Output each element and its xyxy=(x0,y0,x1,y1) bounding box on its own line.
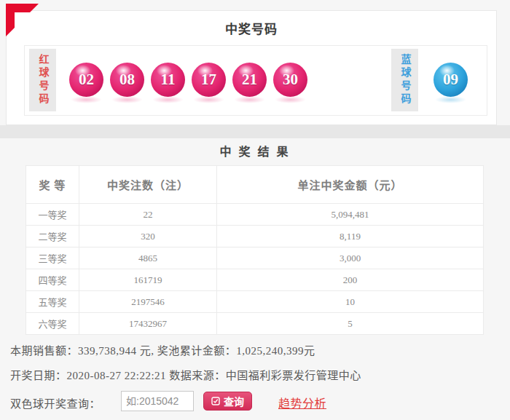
col-header-count: 中奖注数（注） xyxy=(79,166,217,204)
red-ball-4: 17 xyxy=(192,63,226,97)
sales-info-text: 本期销售额：339,738,944 元, 奖池累计金额：1,025,240,39… xyxy=(10,342,315,357)
table-row: 三等奖 4865 3,000 xyxy=(26,247,484,269)
table-row: 二等奖 320 8,119 xyxy=(26,226,484,247)
query-button[interactable]: 查询 xyxy=(203,392,252,411)
red-ball-3: 11 xyxy=(151,63,185,97)
red-ball-5: 21 xyxy=(232,63,267,97)
count-cell: 320 xyxy=(79,226,217,247)
query-row: 双色球开奖查询： 查询 趋势分析 xyxy=(10,389,360,413)
tier-cell: 六等奖 xyxy=(26,313,79,335)
query-label: 双色球开奖查询： xyxy=(10,395,101,411)
draw-date-text: 开奖日期：2020-08-27 22:22:21 数据来源：中国福利彩票发行管理… xyxy=(10,367,361,382)
section-divider xyxy=(0,125,510,138)
amount-cell: 10 xyxy=(217,291,484,313)
blue-ball-1: 09 xyxy=(434,63,468,97)
count-cell: 161719 xyxy=(79,269,217,291)
table-row: 一等奖 22 5,094,481 xyxy=(26,204,484,226)
results-title: 中 奖 结 果 xyxy=(0,142,510,159)
amount-cell: 3,000 xyxy=(217,247,484,269)
ball-panel: 红球号码 02 08 11 17 21 30 蓝球号码 09 xyxy=(24,45,487,116)
winning-numbers-card: 中奖号码 红球号码 02 08 11 17 21 30 蓝球号码 09 xyxy=(6,10,497,125)
checkbox-check-icon xyxy=(211,397,220,405)
red-ball-label: 红球号码 xyxy=(29,49,56,111)
query-button-label: 查询 xyxy=(224,394,244,408)
red-ball-1: 02 xyxy=(69,63,103,97)
table-row: 四等奖 161719 200 xyxy=(26,269,484,291)
table-row: 六等奖 17432967 5 xyxy=(26,313,484,335)
tier-cell: 四等奖 xyxy=(26,269,79,291)
tier-cell: 一等奖 xyxy=(26,204,79,226)
amount-cell: 8,119 xyxy=(217,226,484,247)
trend-analysis-link[interactable]: 趋势分析 xyxy=(278,394,326,411)
col-header-amount: 单注中奖金额（元） xyxy=(217,166,484,204)
issue-number-input[interactable] xyxy=(121,391,194,411)
lottery-results-page: 中奖号码 红球号码 02 08 11 17 21 30 蓝球号码 09 中 奖 … xyxy=(0,0,510,420)
red-ball-6: 30 xyxy=(273,63,307,97)
count-cell: 4865 xyxy=(79,247,217,269)
prize-table: 奖 等 中奖注数（注） 单注中奖金额（元） 一等奖 22 5,094,481 二… xyxy=(26,165,484,335)
corner-ribbon-icon xyxy=(6,4,41,37)
count-cell: 22 xyxy=(79,204,217,226)
count-cell: 2197546 xyxy=(79,291,217,313)
tier-cell: 二等奖 xyxy=(26,226,79,247)
tier-cell: 五等奖 xyxy=(26,291,79,313)
blue-ball-label: 蓝球号码 xyxy=(391,49,418,111)
count-cell: 17432967 xyxy=(79,313,217,335)
red-ball-2: 08 xyxy=(110,63,144,97)
amount-cell: 200 xyxy=(217,269,484,291)
winning-numbers-title: 中奖号码 xyxy=(7,19,496,37)
amount-cell: 5 xyxy=(217,313,484,335)
col-header-tier: 奖 等 xyxy=(26,166,79,204)
tier-cell: 三等奖 xyxy=(26,247,79,269)
table-row: 五等奖 2197546 10 xyxy=(26,291,484,313)
table-header-row: 奖 等 中奖注数（注） 单注中奖金额（元） xyxy=(26,166,484,204)
amount-cell: 5,094,481 xyxy=(217,204,484,226)
